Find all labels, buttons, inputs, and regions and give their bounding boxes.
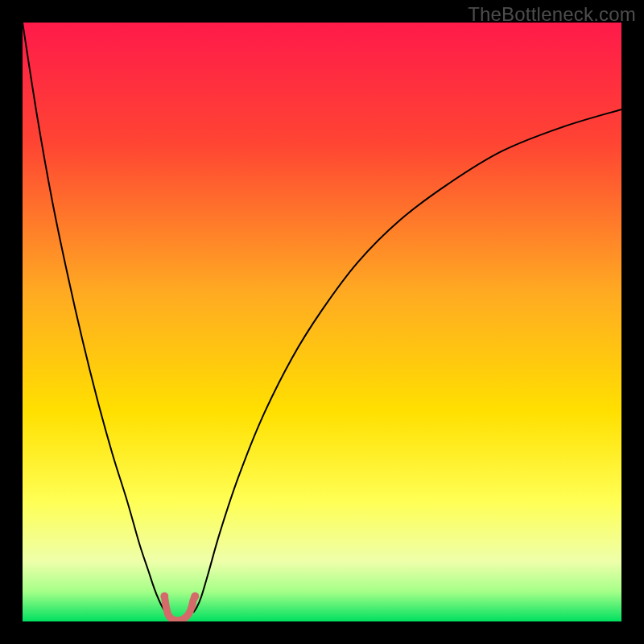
gradient-background <box>23 23 621 621</box>
chart-stage: TheBottleneck.com <box>0 0 644 644</box>
bottleneck-curve-chart <box>23 23 621 621</box>
series-trough-marker-endcap <box>160 592 168 601</box>
series-trough-marker-endcap <box>191 592 199 601</box>
